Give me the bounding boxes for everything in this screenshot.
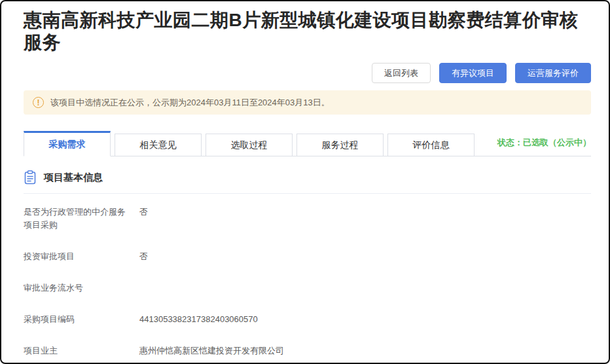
field-row-procurement-project-code: 采购项目编码 4413053382317382403060570 (24, 304, 591, 335)
section-header: 项目基本信息 (24, 170, 591, 185)
field-value: 否 (139, 250, 148, 263)
tab-related-opinions[interactable]: 相关意见 (115, 134, 202, 156)
field-label: 投资审批项目 (24, 250, 130, 263)
field-row-project-owner: 项目业主 惠州仲恺高新区恺建投资开发有限公司 (24, 335, 591, 364)
field-row-approval-serial-number: 审批业务流水号 (24, 272, 591, 304)
section-title: 项目基本信息 (44, 172, 103, 184)
page-title: 惠南高新科技产业园二期B片新型城镇化建设项目勘察费结算价审核服务 (24, 9, 591, 54)
field-label: 项目业主 (24, 344, 130, 357)
project-detail-page: 惠南高新科技产业园二期B片新型城镇化建设项目勘察费结算价审核服务 返回列表 有异… (0, 0, 610, 364)
dispute-project-button[interactable]: 有异议项目 (439, 63, 507, 83)
back-to-list-button[interactable]: 返回列表 (372, 63, 431, 83)
service-evaluation-button[interactable]: 运营服务评价 (515, 63, 591, 83)
tab-bar: 采购需求 相关意见 选取过程 服务过程 评价信息 状态：已选取（公示中） (24, 131, 591, 156)
field-value: 惠州仲恺高新区恺建投资开发有限公司 (139, 344, 284, 357)
tab-procurement-requirements[interactable]: 采购需求 (24, 131, 111, 156)
field-row-investment-approval: 投资审批项目 否 (24, 241, 591, 272)
field-value: 否 (139, 206, 148, 219)
field-label: 审批业务流水号 (24, 282, 130, 295)
actions-toolbar: 返回列表 有异议项目 运营服务评价 (24, 63, 591, 83)
tab-evaluation-info[interactable]: 评价信息 (387, 134, 475, 156)
field-value: 4413053382317382403060570 (139, 313, 258, 326)
field-label: 采购项目编码 (24, 313, 130, 326)
clipboard-icon (24, 170, 37, 185)
warning-circle-icon: ! (33, 97, 44, 108)
tab-selection-process[interactable]: 选取过程 (206, 134, 293, 156)
publicity-notice-bar: ! 该项目中选情况正在公示，公示期为2024年03月11日至2024年03月13… (24, 90, 591, 115)
section-divider (24, 193, 591, 194)
field-label: 是否为行政管理的中介服务项目采购 (24, 206, 130, 232)
field-row-intermediary-service: 是否为行政管理的中介服务项目采购 否 (24, 196, 591, 241)
notice-text: 该项目中选情况正在公示，公示期为2024年03月11日至2024年03月13日。 (50, 97, 330, 109)
tab-service-process[interactable]: 服务过程 (296, 134, 384, 156)
project-status-text: 状态：已选取（公示中） (497, 137, 591, 156)
basic-info-fields: 是否为行政管理的中介服务项目采购 否 投资审批项目 否 审批业务流水号 采购项目… (24, 196, 591, 364)
